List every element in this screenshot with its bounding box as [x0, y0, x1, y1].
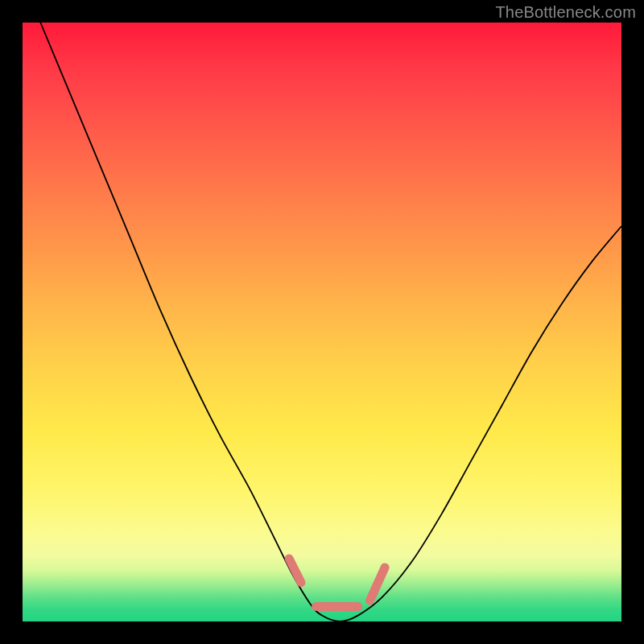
trough-marker-segment	[370, 568, 386, 601]
bottleneck-curve	[40, 23, 621, 621]
trough-marker-segment	[289, 559, 301, 583]
plot-svg	[23, 23, 621, 621]
chart-frame: TheBottleneck.com	[0, 0, 644, 644]
watermark-text: TheBottleneck.com	[495, 3, 636, 22]
plot-area	[23, 23, 621, 621]
trough-marker-group	[289, 559, 385, 607]
